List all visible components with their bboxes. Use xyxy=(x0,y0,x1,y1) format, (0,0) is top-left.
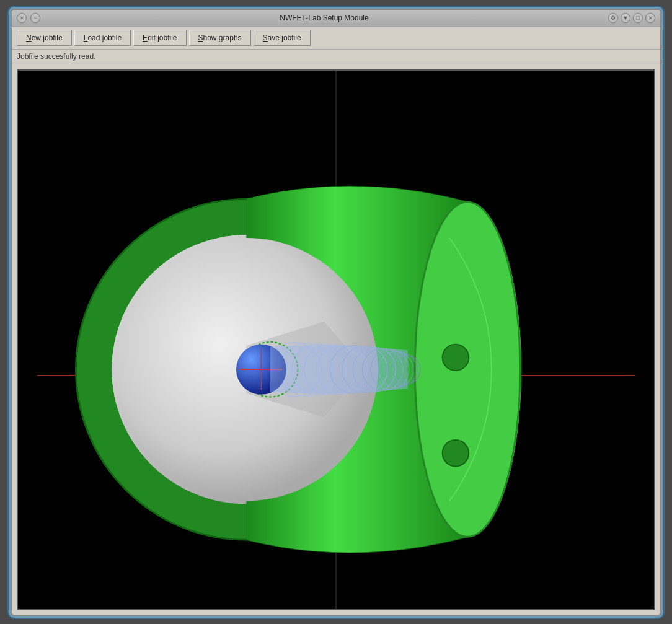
3d-viewport[interactable] xyxy=(17,69,655,610)
save-jobfile-button[interactable]: Save jobfile xyxy=(254,30,311,46)
close2-icon[interactable]: ✕ xyxy=(645,13,655,23)
toolbar: New jobfile Load jobfile Edit jobfile Sh… xyxy=(12,27,660,50)
close-icon[interactable]: ✕ xyxy=(17,13,27,23)
3d-scene xyxy=(18,71,654,609)
settings-icon[interactable]: ⚙ xyxy=(608,13,618,23)
status-message: Jobfile succesfully read. xyxy=(17,52,95,61)
show-graphs-button[interactable]: Show graphs xyxy=(189,30,251,46)
window-title: NWFET-Lab Setup Module xyxy=(40,14,608,22)
new-jobfile-button[interactable]: New jobfile xyxy=(17,30,72,46)
minimize-icon[interactable]: − xyxy=(30,13,40,23)
title-bar: ✕ − NWFET-Lab Setup Module ⚙ ▼ □ ✕ xyxy=(12,10,660,27)
svg-point-15 xyxy=(443,344,469,370)
status-bar: Jobfile succesfully read. xyxy=(12,50,660,64)
title-bar-right-controls: ⚙ ▼ □ ✕ xyxy=(608,13,655,23)
main-window: ✕ − NWFET-Lab Setup Module ⚙ ▼ □ ✕ New j… xyxy=(11,9,661,616)
minimize2-icon[interactable]: ▼ xyxy=(621,13,630,23)
svg-point-16 xyxy=(443,440,469,466)
load-jobfile-button[interactable]: Load jobfile xyxy=(74,30,131,46)
title-bar-left-controls: ✕ − xyxy=(17,13,40,23)
edit-jobfile-button[interactable]: Edit jobfile xyxy=(133,30,186,46)
maximize-icon[interactable]: □ xyxy=(633,13,643,23)
